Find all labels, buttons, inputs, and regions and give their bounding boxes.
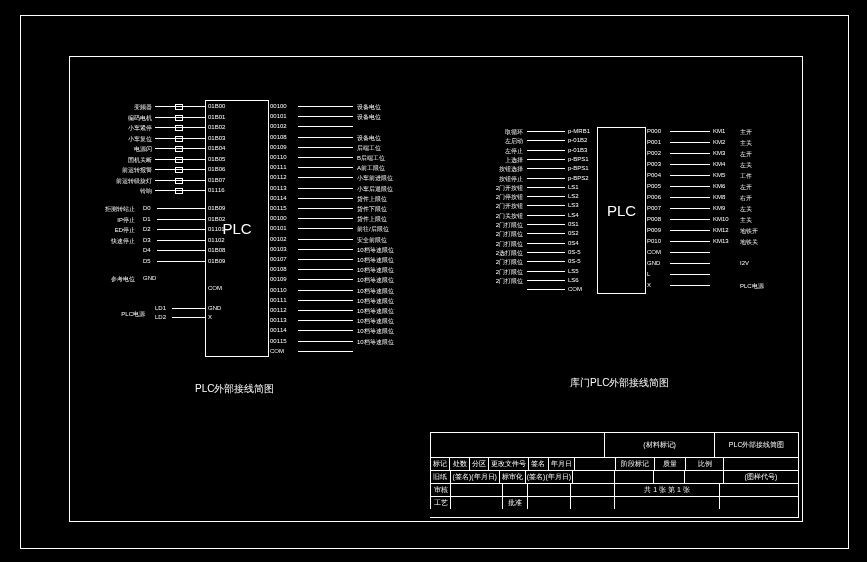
plc2-input-label: 2门停按钮 <box>475 193 523 202</box>
plc2-input-port: LS4 <box>568 212 579 218</box>
d-input-label: IP停止 <box>85 216 135 225</box>
input-label: 铃响 <box>100 187 152 196</box>
plc2-output-port: COM <box>647 249 661 255</box>
input-port: 01B00 <box>208 103 225 109</box>
plc2-input-port: LS6 <box>568 277 579 283</box>
input-port: 01B03 <box>208 135 225 141</box>
plc2-output-label: 地铁关 <box>740 238 758 247</box>
caption-2: 库门PLC外部接线简图 <box>570 376 669 390</box>
output-port: 00113 <box>270 317 298 323</box>
plc2-km: KM13 <box>713 238 729 244</box>
plc2-input-port: 0S-5 <box>568 249 581 255</box>
d-input-label: 快速停止 <box>85 237 135 246</box>
output-port: 00100 <box>270 103 298 109</box>
plc2-input-label: 按钮选择 <box>475 165 523 174</box>
output-label: 10档等速限位 <box>357 256 394 265</box>
output-port: 00114 <box>270 195 298 201</box>
output-port: 00102 <box>270 123 298 129</box>
power-pin: LD2 <box>155 314 166 320</box>
plc2-input-port: p-01B2 <box>568 137 587 143</box>
output-port: 00112 <box>270 174 298 180</box>
plc2-output-label: 左关 <box>740 205 752 214</box>
plc2-output-port: P005 <box>647 183 661 189</box>
output-port: 00113 <box>270 185 298 191</box>
output-port: 00107 <box>270 256 298 262</box>
plc2-output-port: P009 <box>647 227 661 233</box>
plc2-input-label: 上选择 <box>475 156 523 165</box>
output-port: 00101 <box>270 113 298 119</box>
plc2-km: KM10 <box>713 216 729 222</box>
plc2-input-label: 2门打限位 <box>475 221 523 230</box>
output-label: 10档等速限位 <box>357 297 394 306</box>
input-port: 01B07 <box>208 177 225 183</box>
plc2-km: KM12 <box>713 227 729 233</box>
cad-canvas: PLC PLC PLC外部接线简图 库门PLC外部接线简图 (材料标记) PLC… <box>0 0 867 562</box>
output-port: 00103 <box>270 246 298 252</box>
input-label: 国机关断 <box>100 156 152 165</box>
plc2-input-port: COM <box>568 286 582 292</box>
output-port: 00109 <box>270 276 298 282</box>
output-label: 10档等速限位 <box>357 246 394 255</box>
plc2-km: KM5 <box>713 172 725 178</box>
d-input-label: ED停止 <box>85 226 135 235</box>
output-label: 10档等速限位 <box>357 327 394 336</box>
output-label: 安全前限位 <box>357 236 387 245</box>
output-label: 设备电位 <box>357 103 381 112</box>
drawing-code: (图样代号) <box>723 471 798 483</box>
power-label: PLC电源 <box>110 310 145 319</box>
d-pin: D4 <box>143 247 151 253</box>
d-port: 01101 <box>208 226 225 232</box>
plc2-output-port: P006 <box>647 194 661 200</box>
plc2-output-label: 右开 <box>740 194 752 203</box>
d-input-label: 拒测转站止 <box>85 205 135 214</box>
plc2-input-port: p-BPS2 <box>568 175 589 181</box>
d-port: 01102 <box>208 237 225 243</box>
plc2-input-label: 2门打限位 <box>475 277 523 286</box>
d-port: 01B08 <box>208 247 225 253</box>
plc2-output-label: 工件 <box>740 172 752 181</box>
plc2-output-port: P004 <box>647 172 661 178</box>
input-label: 小车紧停 <box>100 124 152 133</box>
output-label: B后端工位 <box>357 154 385 163</box>
input-label: 编码电机 <box>100 114 152 123</box>
analog-label: 参考电位 <box>95 275 135 284</box>
plc2-input-port: 0S1 <box>568 221 579 227</box>
plc2-output-label: 主关 <box>740 139 752 148</box>
plc2-km: KM2 <box>713 139 725 145</box>
plc2-input-port: p-BPS1 <box>568 165 589 171</box>
output-label: 设备电位 <box>357 113 381 122</box>
plc2-output-port: P000 <box>647 128 661 134</box>
input-label: 小车复位 <box>100 135 152 144</box>
power-pin: LD1 <box>155 305 166 311</box>
output-label: 10档等速限位 <box>357 317 394 326</box>
plc2-input-label: 2门打限位 <box>475 268 523 277</box>
output-label: 货件上限位 <box>357 215 387 224</box>
title-block: (材料标记) PLC外部接线简图 标记 处数 分区 更改文件号 签名 年月日 阶… <box>430 432 799 518</box>
plc2-input-port: 0S4 <box>568 240 579 246</box>
com-port: COM <box>208 285 222 291</box>
d-port: 01B02 <box>208 216 225 222</box>
plc2-input-port: LS5 <box>568 268 579 274</box>
plc2-input-label: 2门打限位 <box>475 230 523 239</box>
plc2-input-port: p-01B3 <box>568 147 587 153</box>
output-port: 00102 <box>270 236 298 242</box>
plc2-output-label: PLC电源 <box>740 282 764 291</box>
plc2-km: KM6 <box>713 183 725 189</box>
output-label: 前往/后限位 <box>357 225 389 234</box>
plc2-output-port: P003 <box>647 161 661 167</box>
plc2-km: KM3 <box>713 150 725 156</box>
output-port: 00110 <box>270 154 298 160</box>
output-label: 货件上限位 <box>357 195 387 204</box>
output-label: 10档等速限位 <box>357 338 394 347</box>
plc2-input-label: 按钮停止 <box>475 175 523 184</box>
material-label: (材料标记) <box>604 433 715 457</box>
plc2-km: KM9 <box>713 205 725 211</box>
power-port: X <box>208 314 212 320</box>
output-port: 00111 <box>270 164 298 170</box>
d-port: 01B09 <box>208 258 225 264</box>
output-label: 10档等速限位 <box>357 287 394 296</box>
output-port: 00101 <box>270 225 298 231</box>
plc-block-2: PLC <box>597 127 646 294</box>
plc-label: PLC <box>222 220 251 237</box>
plc2-output-label: 左开 <box>740 150 752 159</box>
